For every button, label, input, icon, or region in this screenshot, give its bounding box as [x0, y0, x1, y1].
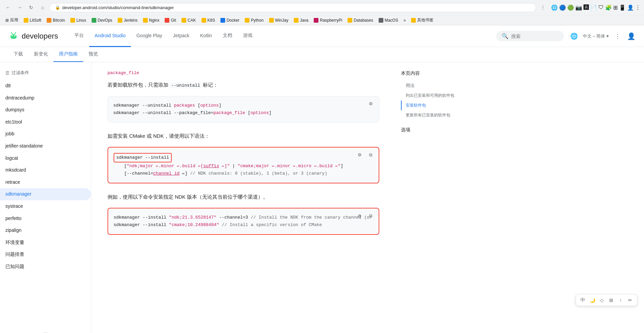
theme-toggle-1[interactable]: ⚙ — [367, 100, 375, 108]
toc-update-packages[interactable]: 更新所有已安装的软件包 — [401, 110, 464, 120]
bookmark-linux[interactable]: Linux — [68, 17, 88, 23]
theme-toggle-3[interactable]: ⚙ — [356, 212, 364, 220]
code-block-1: ⚙ sdkmanager --uninstall packages [optio… — [108, 96, 379, 123]
desc3: 例如，使用以下命令安装指定 NDK 版本（无论其当前位于哪个渠道）。 — [108, 193, 379, 201]
copy-button-2[interactable]: ⧉ — [366, 151, 375, 159]
extensions-button[interactable]: ⋮ — [538, 3, 548, 12]
float-chinese-btn[interactable]: 中 — [579, 296, 587, 304]
subnav-download[interactable]: 下载 — [8, 47, 28, 62]
sub-nav: 下载 新变化 用户指南 预览 — [0, 47, 644, 62]
bookmark-macos[interactable]: MacOS — [377, 17, 400, 23]
search-box[interactable]: 🔍 — [496, 31, 564, 41]
url-text: developer.android.com/studio/command-lin… — [62, 5, 174, 10]
nav-kotlin[interactable]: Kotlin — [195, 25, 217, 47]
back-button[interactable]: ← — [3, 3, 13, 12]
forward-button[interactable]: → — [15, 3, 24, 12]
bookmark-winjay[interactable]: WinJay — [267, 17, 290, 23]
sidebar-item-mksdcard[interactable]: mksdcard — [0, 164, 91, 176]
floating-toolbar: 中 🌙 ◇ ⊞ ↑ ✏ — [576, 294, 637, 306]
bookmark-jenkins[interactable]: Jenkins — [116, 17, 140, 23]
sidebar-item-jobb[interactable]: jobb — [0, 128, 91, 140]
float-up-btn[interactable]: ↑ — [617, 296, 625, 304]
code-actions-3: ⚙ ⧉ — [356, 212, 375, 220]
bookmark-git[interactable]: Git — [163, 17, 178, 23]
browser-chrome: ← → ↻ ⌂ 🔒 developer.android.com/studio/c… — [0, 0, 644, 25]
sidebar-item-logcat[interactable]: logcat — [0, 152, 91, 164]
chevron-down-icon: ▾ — [606, 34, 609, 39]
bookmark-devops[interactable]: DevOps — [90, 17, 114, 23]
code-block-2: ⚙ ⧉ sdkmanager --install ["ndk;major ✏.m… — [108, 147, 379, 183]
theme-toggle-2[interactable]: ⚙ — [356, 151, 364, 159]
toc-install-packages[interactable]: 安装软件包 — [401, 101, 464, 110]
bookmark-databases[interactable]: Databases — [345, 17, 375, 23]
header-actions: 🌐 中文 – 简体 ▾ ⋮ 👤 — [569, 31, 636, 41]
nav-docs[interactable]: 文档 — [217, 25, 238, 47]
sidebar-item-dmtracedump[interactable]: dmtracedump — [0, 92, 91, 104]
code-scroll-2: sdkmanager --install ["ndk;major ✏.minor… — [114, 153, 373, 177]
sidebar-item-perfetto[interactable]: perfetto — [0, 213, 91, 225]
main-content: package_file 若要卸载软件包，只需添加 --uninstall 标记… — [91, 62, 396, 333]
section-title: package_file — [108, 70, 379, 75]
svg-point-7 — [11, 32, 12, 33]
bookmark-nginx[interactable]: Nginx — [141, 17, 162, 23]
copy-button-3[interactable]: ⧉ — [366, 212, 375, 220]
nav-games[interactable]: 游戏 — [238, 25, 258, 47]
nav-google-play[interactable]: Google Play — [131, 25, 167, 47]
more-options-button[interactable]: ⋮ — [613, 31, 622, 41]
logo-text: developers — [22, 32, 58, 41]
bookmark-raspberrypi[interactable]: RaspberryPi — [312, 17, 344, 23]
nav-jetpack[interactable]: Jetpack — [168, 25, 195, 47]
bookmark-docker[interactable]: Docker — [218, 17, 241, 23]
bookmarks-bar: ⊞ 应用 LitSoft Bitcoin Linux DevOps Jenkin… — [0, 15, 644, 25]
bookmark-python[interactable]: Python — [243, 17, 265, 23]
filter-icon: ☰ — [5, 70, 9, 75]
language-selector[interactable]: 中文 – 简体 ▾ — [583, 33, 609, 39]
subnav-changes[interactable]: 新变化 — [28, 47, 53, 62]
site-logo[interactable]: developers — [8, 31, 58, 42]
code-actions-2: ⚙ ⧉ — [356, 151, 375, 159]
sidebar-item-sdkmanager[interactable]: sdkmanager — [0, 188, 91, 200]
nav-platform[interactable]: 平台 — [69, 25, 89, 47]
float-grid-btn[interactable]: ⊞ — [607, 296, 615, 304]
subnav-preview[interactable]: 预览 — [83, 47, 103, 62]
bookmark-litsoft[interactable]: LitSoft — [22, 17, 43, 23]
sidebar-item-zipalign[interactable]: zipalign — [0, 224, 91, 237]
sidebar-item-env-vars[interactable]: 环境变量 — [0, 237, 91, 249]
refresh-button[interactable]: ↻ — [26, 3, 36, 12]
sidebar-item-systrace[interactable]: systrace — [0, 200, 91, 213]
site-header: developers 平台 Android Studio Google Play… — [0, 25, 644, 47]
sidebar-item-known-issues[interactable]: 已知问题 — [0, 261, 91, 273]
subnav-user-guide[interactable]: 用户指南 — [53, 47, 83, 62]
sidebar-item-troubleshoot[interactable]: 问题排查 — [0, 248, 91, 261]
toc-title: 本页内容 — [401, 70, 464, 76]
sidebar-item-dumpsys[interactable]: dumpsys — [0, 104, 91, 116]
float-edit-btn[interactable]: ✏ — [626, 296, 634, 304]
bookmark-other[interactable]: 其他书签 — [409, 17, 435, 24]
filter-bar[interactable]: ☰ 过滤条件 — [0, 68, 91, 80]
bookmark-more[interactable]: » — [402, 17, 408, 23]
search-input[interactable] — [511, 34, 558, 39]
code-scroll-3: sdkmanager --install "ndk;21.3.6528147" … — [114, 214, 373, 229]
sidebar-item-etc1tool[interactable]: etc1tool — [0, 116, 91, 128]
bookmark-k8s[interactable]: K8S — [199, 17, 217, 23]
sidebar-item-jetifier[interactable]: jetifier-standalone — [0, 140, 91, 152]
svg-point-8 — [15, 32, 16, 33]
toc-usage[interactable]: 用法 — [401, 81, 464, 91]
bookmark-apps[interactable]: ⊞ 应用 — [3, 17, 20, 24]
main-nav: 平台 Android Studio Google Play Jetpack Ko… — [69, 25, 496, 47]
toc-list-packages[interactable]: 列出已安装和可用的软件包 — [401, 91, 464, 101]
address-bar[interactable]: 🔒 developer.android.com/studio/command-l… — [49, 3, 536, 12]
sidebar-item-d8[interactable]: d8 — [0, 80, 91, 92]
sidebar-item-retrace[interactable]: retrace — [0, 176, 91, 188]
code-scroll-1: sdkmanager --uninstall packages [options… — [113, 102, 374, 117]
home-button[interactable]: ⌂ — [38, 3, 47, 12]
globe-icon[interactable]: 🌐 — [569, 31, 579, 41]
bookmark-cak[interactable]: CAK — [180, 17, 198, 23]
bookmark-bitcoin[interactable]: Bitcoin — [45, 17, 67, 23]
browser-toolbar: ← → ↻ ⌂ 🔒 developer.android.com/studio/c… — [0, 0, 644, 15]
nav-android-studio[interactable]: Android Studio — [89, 25, 131, 47]
float-moon-btn[interactable]: 🌙 — [588, 296, 596, 304]
user-avatar[interactable]: 👤 — [626, 31, 636, 41]
float-diamond-btn[interactable]: ◇ — [598, 296, 606, 304]
bookmark-java[interactable]: Java — [292, 17, 310, 23]
